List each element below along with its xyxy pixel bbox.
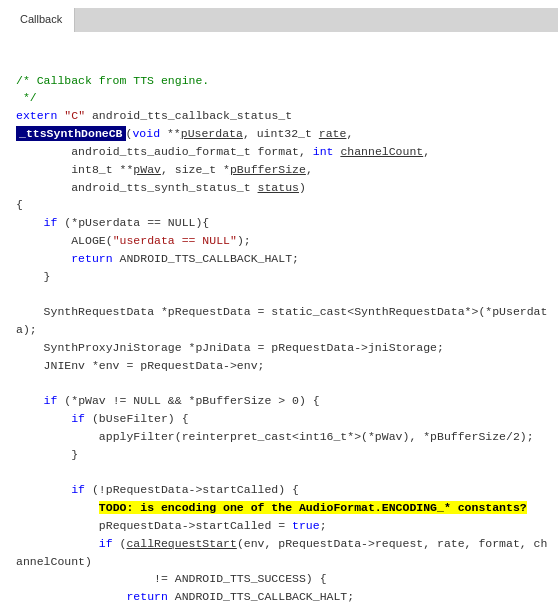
if-start-called: if (!pRequestData->startCalled) {	[71, 483, 299, 496]
brace-open: {	[16, 198, 23, 211]
todo-line: TODO: is encoding one of the AudioFormat…	[99, 501, 527, 514]
if-filter-line: if (bUseFilter) {	[71, 412, 188, 425]
func-def-line: _ttsSynthDoneCB(void **pUserdata, uint32…	[16, 126, 430, 193]
synth-proxy-line: SynthProxyJniStorage *pJniData = pReques…	[44, 341, 444, 354]
code-container: Callback /* Callback from TTS engine. */…	[0, 0, 558, 608]
jnienv-line: JNIEnv *env = pRequestData->env;	[44, 359, 265, 372]
code-pre: /* Callback from TTS engine. */ extern "…	[16, 72, 550, 608]
start-called-assign: pRequestData->startCalled = true;	[99, 519, 327, 532]
code-body: /* Callback from TTS engine. */ extern "…	[8, 32, 558, 608]
tab-bar: Callback	[8, 8, 558, 32]
aloge-line: ALOGE("userdata == NULL");	[71, 234, 250, 247]
apply-filter-line: applyFilter(reinterpret_cast<int16_t*>(*…	[99, 430, 534, 443]
return-halt-1: return ANDROID_TTS_CALLBACK_HALT;	[71, 252, 299, 265]
if-pwav-line: if (*pWav != NULL && *pBufferSize > 0) {	[44, 394, 320, 407]
call-request-start: if (callRequestStart(env, pRequestData->…	[16, 537, 547, 568]
tab-callback[interactable]: Callback	[8, 8, 75, 32]
extern-line: extern "C" android_tts_callback_status_t	[16, 109, 292, 122]
if-null-line: if (*pUserdata == NULL){	[44, 216, 210, 229]
comment-line-1: /* Callback from TTS engine. */	[16, 74, 209, 105]
synth-req-line: SynthRequestData *pRequestData = static_…	[16, 305, 547, 336]
